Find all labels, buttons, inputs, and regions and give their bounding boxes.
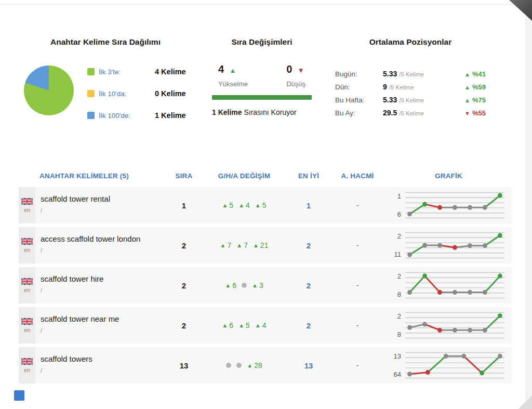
- average-positions-title: Ortalama Pozisyonlar: [335, 37, 486, 47]
- distribution-title: Anahtar Kelime Sıra Dağılımı: [24, 37, 187, 47]
- legend-swatch-top100: [87, 112, 95, 119]
- table-row[interactable]: en scaffold tower rental / 1 ▲5▲4▲5 1 - …: [19, 187, 512, 223]
- legend-label-top3[interactable]: İlk 3'te:: [99, 68, 155, 76]
- language-cell: en: [19, 227, 35, 263]
- change-cell: ▲7▲7▲21: [201, 227, 288, 263]
- rank-up-change: ▲28: [247, 361, 262, 370]
- avg-position-row-today: Bugün: 5.33 /5 Kelime ▲%41: [335, 70, 486, 83]
- table-row[interactable]: en scaffold towers / 13 ▲28 13 - 1364: [19, 347, 512, 384]
- keyword-path: /: [41, 287, 103, 294]
- up-arrow-icon: ▲: [238, 202, 244, 208]
- no-change-dot-icon: [236, 363, 242, 368]
- y-top-label: 2: [397, 272, 401, 280]
- language-label: en: [24, 207, 30, 213]
- avg-position-row-month: Bu Ay: 29.5 /5 Kelime ▼%55: [335, 109, 486, 122]
- trend-arrow-icon: ▲: [464, 84, 470, 90]
- language-cell: en: [19, 307, 35, 344]
- rank-sparkline: [405, 311, 504, 340]
- rank-sparkline: [405, 191, 504, 220]
- legend-swatch-top10: [87, 90, 95, 97]
- y-top-label: 13: [394, 352, 401, 360]
- header-volume[interactable]: A. HACMİ: [329, 172, 385, 180]
- up-arrow-icon: ▲: [222, 322, 228, 328]
- rank-up-change: ▲6: [222, 321, 233, 329]
- up-arrow-icon: ▲: [230, 67, 236, 74]
- header-keywords[interactable]: ANAHTAR KELİMELER (5): [19, 172, 167, 180]
- average-positions-panel: Ortalama Pozisyonlar Bugün: 5.33 /5 Keli…: [335, 37, 486, 122]
- legend-item: İlk 10'da: 0 Kelime: [87, 89, 186, 98]
- header-change[interactable]: G/H/A DEĞİŞİM: [201, 172, 288, 180]
- avg-position-row-week: Bu Hafta: 5.33 /5 Kelime ▲%75: [335, 96, 486, 109]
- rank-sparkline: [405, 271, 504, 300]
- uk-flag-icon: [21, 278, 33, 285]
- legend-label-top10[interactable]: İlk 10'da:: [99, 90, 155, 98]
- keyword-link[interactable]: scaffold towers: [41, 354, 92, 363]
- rank-changes-title: Sıra Değişimleri: [212, 37, 312, 47]
- rank-up-change: ▲4: [238, 201, 250, 209]
- language-cell: en: [19, 187, 35, 223]
- scrollbar-track[interactable]: [526, 0, 532, 409]
- pie-legend: İlk 3'te: 4 Kelime İlk 10'da: 0 Kelime İ…: [87, 68, 186, 133]
- best-rank-cell: 1: [288, 187, 329, 223]
- down-label: Düşüş: [286, 80, 305, 88]
- trend-arrow-icon: ▲: [464, 71, 470, 77]
- down-arrow-icon: ▼: [298, 67, 304, 74]
- header-graph: GRAFİK: [385, 172, 512, 180]
- volume-cell: -: [329, 267, 385, 304]
- volume-cell: -: [329, 307, 385, 344]
- language-label: en: [24, 327, 30, 333]
- uk-flag-icon: [21, 358, 33, 365]
- table-row[interactable]: en scaffold tower near me / 2 ▲6▲5▲4 2 -…: [19, 307, 512, 344]
- seo-rank-tracker-dashboard: Anahtar Kelime Sıra Dağılımı İlk 3'te: 4…: [0, 0, 532, 409]
- table-header-row: ANAHTAR KELİMELER (5) SIRA G/H/A DEĞİŞİM…: [19, 164, 512, 187]
- keyword-path: /: [41, 367, 92, 374]
- language-label: en: [24, 367, 30, 373]
- legend-label-top100[interactable]: İlk 100'de:: [99, 112, 155, 120]
- up-arrow-icon: ▲: [255, 322, 261, 328]
- keyword-link[interactable]: access scaffold tower london: [41, 234, 140, 243]
- rank-up-change: ▲5: [238, 321, 250, 329]
- volume-cell: -: [329, 347, 385, 384]
- up-arrow-icon: ▲: [247, 362, 252, 368]
- keyword-distribution-panel: Anahtar Kelime Sıra Dağılımı İlk 3'te: 4…: [24, 37, 187, 133]
- rank-up-change: ▲3: [252, 281, 263, 289]
- up-arrow-icon: ▲: [225, 282, 231, 288]
- rank-up-change: ▲7: [236, 241, 248, 249]
- header-best[interactable]: EN İYİ: [288, 172, 329, 180]
- rank-up-change: ▲5: [222, 201, 233, 209]
- avg-position-row-yesterday: Dün: 9 /5 Kelime ▲%59: [335, 83, 486, 96]
- up-arrow-icon: ▲: [238, 322, 244, 328]
- header-rank[interactable]: SIRA: [167, 172, 201, 180]
- language-cell: en: [19, 267, 35, 304]
- y-top-label: 2: [397, 232, 401, 240]
- share-icon[interactable]: [14, 390, 24, 401]
- chart-cell: 211: [385, 227, 512, 263]
- up-arrow-icon: ▲: [255, 202, 261, 208]
- y-top-label: 2: [397, 312, 401, 320]
- rank-down-summary: 0 ▼ Düşüş: [286, 63, 305, 88]
- legend-value-top3: 4 Kelime: [155, 68, 186, 76]
- keyword-path: /: [41, 207, 110, 214]
- chart-cell: 1364: [385, 347, 512, 384]
- best-rank-cell: 2: [288, 267, 329, 304]
- uk-flag-icon: [21, 198, 33, 205]
- table-row[interactable]: en access scaffold tower london / 2 ▲7▲7…: [19, 227, 512, 263]
- down-count: 0: [286, 63, 292, 75]
- table-row[interactable]: en scaffold tower hire / 2 ▲6▲3 2 - 28: [19, 267, 512, 304]
- rank-sparkline: [405, 231, 504, 260]
- rank-sparkline: [405, 351, 504, 380]
- keyword-link[interactable]: scaffold tower hire: [41, 274, 103, 283]
- up-label: Yükselme: [218, 80, 248, 88]
- keyword-link[interactable]: scaffold tower near me: [41, 314, 119, 323]
- language-cell: en: [19, 347, 35, 384]
- best-rank-cell: 2: [288, 227, 329, 263]
- up-arrow-icon: ▲: [222, 202, 228, 208]
- keywords-table: ANAHTAR KELİMELER (5) SIRA G/H/A DEĞİŞİM…: [19, 164, 512, 387]
- up-count: 4: [218, 63, 224, 75]
- keyword-path: /: [41, 327, 119, 334]
- rank-up-change: ▲4: [255, 321, 267, 329]
- trend-arrow-icon: ▼: [464, 110, 470, 116]
- keyword-link[interactable]: scaffold tower rental: [41, 194, 110, 203]
- best-rank-cell: 2: [288, 307, 329, 344]
- rank-up-change: ▲21: [253, 241, 268, 249]
